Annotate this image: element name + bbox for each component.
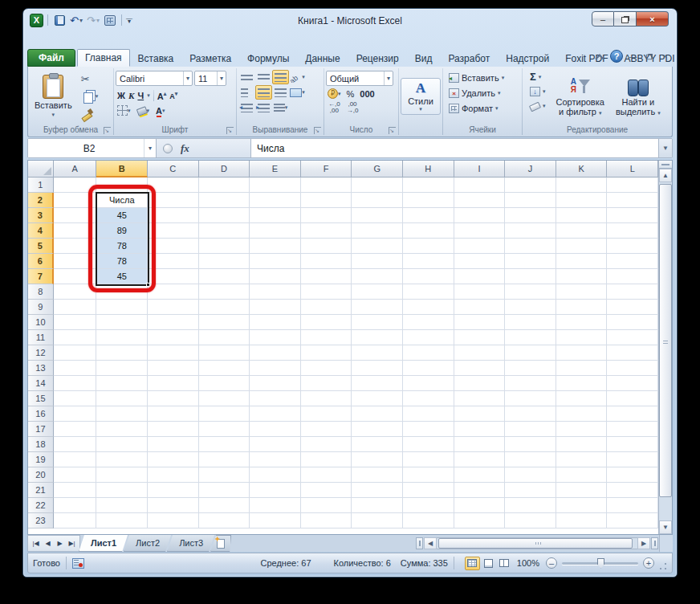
workbook-restore-icon[interactable] [643,51,655,62]
cell-H11[interactable] [403,330,454,345]
cell-I23[interactable] [454,513,506,528]
column-header-B[interactable]: B [96,161,148,178]
percent-style-button[interactable]: % [347,89,355,99]
styles-button[interactable]: A Стили ▾ [401,78,441,115]
name-box[interactable]: B2 ▾ [28,139,157,157]
cell-C4[interactable] [148,223,199,239]
cell-A8[interactable] [54,284,97,300]
scroll-down-icon[interactable]: ▼ [659,520,672,534]
cell-L1[interactable] [607,178,658,193]
cell-C18[interactable] [148,437,199,452]
cell-G10[interactable] [352,315,403,330]
cell-I12[interactable] [454,345,506,361]
cell-A11[interactable] [54,330,97,345]
row-header-4[interactable]: 4 [28,223,54,239]
cell-B9[interactable] [96,300,148,315]
cell-D15[interactable] [199,391,250,406]
cell-G3[interactable] [352,208,403,223]
cell-F15[interactable] [301,391,352,406]
row-header-7[interactable]: 7 [28,269,54,284]
cell-D20[interactable] [199,467,250,483]
column-header-G[interactable]: G [352,161,403,178]
cell-J20[interactable] [505,467,556,483]
expand-formula-bar-icon[interactable]: ▼ [658,139,672,157]
cell-L9[interactable] [607,300,658,315]
cell-E16[interactable] [250,406,301,422]
cell-E14[interactable] [250,376,301,391]
chevron-down-icon[interactable]: ▾ [144,139,156,157]
cell-G22[interactable] [352,498,403,513]
cell-E21[interactable] [250,483,301,498]
cell-J21[interactable] [505,483,556,498]
paste-button[interactable]: Вставить ▾ [31,71,75,122]
cell-F16[interactable] [301,406,352,422]
cell-I14[interactable] [454,376,506,391]
cell-E6[interactable] [250,254,301,269]
cell-G5[interactable] [352,239,403,254]
cell-A14[interactable] [54,376,97,391]
cell-I17[interactable] [454,422,506,437]
align-left-button[interactable] [238,85,255,100]
row-header-18[interactable]: 18 [28,437,54,452]
cell-G20[interactable] [352,467,403,483]
bold-button[interactable]: Ж [117,91,125,100]
cell-C19[interactable] [148,452,199,467]
cell-K10[interactable] [556,315,608,330]
tab-Вид[interactable]: Вид [407,49,441,67]
cell-J9[interactable] [505,300,556,315]
tab-Вставка[interactable]: Вставка [130,49,182,67]
chevron-down-icon[interactable]: ▾ [147,92,150,99]
row-header-15[interactable]: 15 [28,391,54,406]
row-header-1[interactable]: 1 [28,178,54,193]
cell-D9[interactable] [199,300,250,315]
cell-L6[interactable] [607,254,658,269]
cell-K8[interactable] [556,284,608,300]
cell-E18[interactable] [250,437,301,452]
column-header-K[interactable]: K [556,161,608,178]
cell-E23[interactable] [250,513,301,528]
cell-L19[interactable] [607,452,658,467]
scroll-up-icon[interactable]: ▲ [659,169,672,182]
fill-button[interactable]: ↓▾ [527,85,548,97]
tab-Рецензир[interactable]: Рецензир [348,49,407,67]
close-button[interactable]: × [637,11,669,27]
cell-A23[interactable] [54,513,97,528]
cell-F18[interactable] [301,437,352,452]
cell-C23[interactable] [148,513,199,528]
cell-D6[interactable] [199,254,250,269]
cell-H5[interactable] [403,239,454,254]
cell-D7[interactable] [199,269,250,284]
cell-E5[interactable] [250,239,301,254]
cell-J7[interactable] [505,269,556,284]
row-header-9[interactable]: 9 [28,300,54,315]
cell-F2[interactable] [301,193,352,208]
cell-L2[interactable] [607,193,658,208]
sort-filter-button[interactable]: АЯ Сортировкаи фильтр ▾ [553,71,608,124]
cell-F17[interactable] [301,422,352,437]
cell-K17[interactable] [556,422,608,437]
page-break-view-button[interactable] [497,557,512,570]
cell-J14[interactable] [505,376,556,391]
cell-E15[interactable] [250,391,301,406]
cell-J4[interactable] [505,223,556,239]
cell-F8[interactable] [301,284,352,300]
cell-I16[interactable] [454,406,506,422]
cell-A1[interactable] [54,178,97,193]
cell-B15[interactable] [96,391,148,406]
cell-B7[interactable]: 45 [96,269,148,284]
column-header-F[interactable]: F [301,161,352,178]
cell-A13[interactable] [54,361,97,376]
cell-D18[interactable] [199,437,250,452]
cell-K2[interactable] [556,193,608,208]
cell-C2[interactable] [148,193,199,208]
cell-C8[interactable] [148,284,199,300]
dialog-launcher-icon[interactable] [104,127,111,134]
cell-I6[interactable] [454,254,506,269]
formula-input[interactable]: Числа [251,139,658,157]
cell-B10[interactable] [96,315,148,330]
cell-D4[interactable] [199,223,250,239]
scroll-thumb[interactable] [659,184,672,497]
zoom-in-button[interactable]: + [643,557,654,569]
cell-G23[interactable] [352,513,403,528]
cell-A15[interactable] [54,391,97,406]
